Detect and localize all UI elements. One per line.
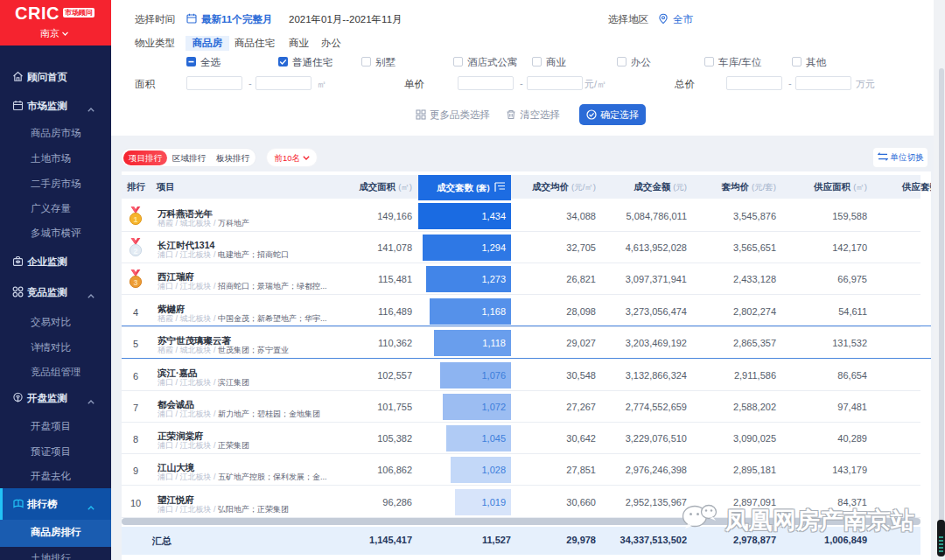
svg-text:3: 3: [133, 278, 137, 287]
svg-text:2: 2: [133, 247, 137, 256]
svg-text:1: 1: [133, 215, 137, 224]
